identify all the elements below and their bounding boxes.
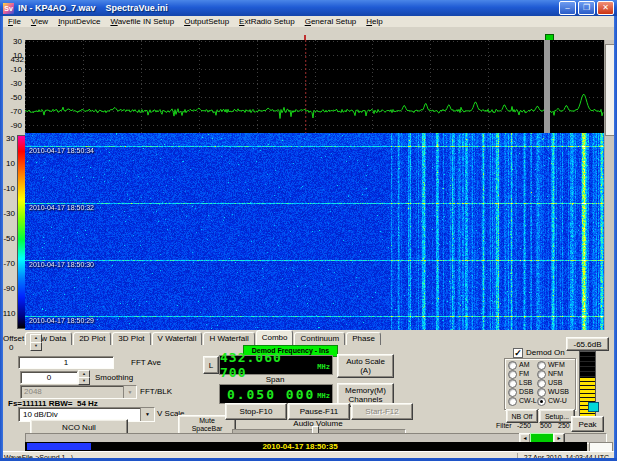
radio-wfm-icon[interactable] (537, 361, 546, 370)
spectrum-y-label: -90 (0, 121, 22, 130)
offset-label: Offset (3, 334, 24, 343)
menu-general-setup[interactable]: General Setup (300, 17, 362, 27)
mode-lsb-label[interactable]: LSB (519, 379, 532, 387)
fft-ave-input[interactable]: 1 (18, 356, 114, 369)
menu-file[interactable]: File (3, 17, 26, 27)
lock-l-label: L (209, 361, 213, 370)
nb-off-label: NB Off (512, 412, 533, 421)
tab-v-waterfall[interactable]: V Waterfall (152, 332, 203, 345)
setup-label: Setup... (545, 412, 569, 421)
mode-wfm-label[interactable]: WFM (548, 361, 565, 369)
radio-dsb-icon[interactable] (508, 388, 517, 397)
close-button[interactable]: ✕ (597, 1, 614, 15)
waterfall-timestamp: 2010-04-17 18:50:29 (29, 317, 94, 324)
demod-on-label: Demod On (526, 348, 565, 357)
tab-3d-plot[interactable]: 3D Plot (112, 332, 150, 345)
lock-l-button[interactable]: L (203, 356, 219, 374)
radio-usb-icon[interactable] (537, 379, 546, 388)
radio-cwl-icon[interactable] (508, 397, 517, 406)
nco-null-label: NCO Null (62, 423, 96, 432)
radio-lsb-icon[interactable] (508, 379, 517, 388)
mute-label-2: SpaceBar (192, 425, 223, 433)
radio-nfm-icon[interactable] (537, 370, 546, 379)
auto-scale-label-2: (A) (360, 366, 371, 375)
fft-blk-value: 2048 (24, 387, 42, 396)
radio-fm-icon[interactable] (508, 370, 517, 379)
menu-help[interactable]: Help (361, 17, 387, 27)
stop-label: Stop-F10 (240, 407, 273, 416)
menu-view[interactable]: View (26, 17, 53, 27)
radio-wusb-icon[interactable] (537, 388, 546, 397)
start-button[interactable]: Start-F12 (351, 403, 413, 420)
vscale-value: 10 dB/Div (23, 410, 58, 419)
mode-cwu-label[interactable]: CW-U (548, 397, 567, 405)
span-display[interactable]: 0.050 000 MHz (219, 384, 333, 404)
auto-scale-label-1: Auto Scale (346, 357, 385, 366)
mode-usb-label[interactable]: USB (548, 379, 562, 387)
fft-ave-label: FFT Ave (131, 358, 161, 367)
mode-wusb-label[interactable]: WUSB (548, 388, 569, 396)
start-label: Start-F12 (365, 407, 398, 416)
app-icon: Sv (3, 3, 14, 14)
peak-button[interactable]: Peak (571, 416, 604, 432)
demod-frequency-display[interactable]: 432.060 700 MHz (219, 355, 333, 375)
waterfall-plot[interactable] (25, 133, 604, 330)
span-unit: MHz (317, 392, 330, 400)
demod-on-checkbox[interactable]: ✓ (513, 348, 523, 358)
tab-phase[interactable]: Phase (346, 332, 381, 345)
menu-wavefile-in-setup[interactable]: Wavefile IN Setup (105, 17, 179, 27)
mode-am-label[interactable]: AM (519, 361, 530, 369)
meter-threshold-thumb[interactable] (588, 402, 599, 412)
signal-level-db-readout: -65.6dB (566, 337, 609, 351)
waterfall-timestamp: 2010-04-17 18:50:30 (29, 261, 94, 268)
mode-dsb-label[interactable]: DSB (519, 388, 533, 396)
spectrum-y-label: 10 (0, 51, 22, 60)
menu-extradio-setup[interactable]: ExtRadio Setup (234, 17, 300, 27)
menu-inputdevice[interactable]: InputDevice (53, 17, 105, 27)
offset-spin-down[interactable]: ▼ (30, 342, 42, 351)
memory-channels-label-1: Memory(M) (345, 386, 386, 395)
smoothing-spin-down[interactable]: ▼ (78, 377, 90, 385)
db-reading-value: -65.6dB (573, 340, 601, 349)
vscale-dropdown-icon[interactable]: ▼ (140, 408, 154, 421)
mode-cwl-label[interactable]: CW-L (519, 397, 537, 405)
spectrum-y-label: 30 (0, 37, 22, 46)
auto-scale-button[interactable]: Auto Scale (A) (337, 354, 394, 378)
tab-h-waterfall[interactable]: H Waterfall (203, 332, 254, 345)
filter-low-value: -250 (517, 421, 531, 430)
fft-blk-label: FFT/BLK (140, 387, 172, 396)
filter-high-value: 250 (558, 421, 570, 430)
smoothing-input[interactable]: 0 (20, 371, 78, 384)
demod-frequency-unit: MHz (317, 363, 330, 371)
view-tabs: Raw Data 2D Plot 3D Plot V Waterfall H W… (25, 331, 382, 345)
fft-blk-dropdown-icon: ▼ (123, 386, 136, 398)
spectrum-plot[interactable] (25, 40, 604, 133)
radio-cwu-icon[interactable] (537, 397, 546, 406)
mute-label-1: Mute (199, 417, 215, 425)
spectrum-y-label: -30 (0, 79, 22, 88)
pause-button[interactable]: Pause-F11 (288, 403, 350, 420)
spectravue-window: Sv IN - KP4AO_7.wav SpectraVue.ini – ❐ ✕… (0, 0, 617, 461)
file-progress-fill (27, 443, 91, 450)
mode-fm-label[interactable]: FM (519, 370, 529, 378)
spectrum-y-label: -50 (0, 93, 22, 102)
peak-label: Peak (578, 420, 596, 429)
restore-button[interactable]: ❐ (578, 1, 595, 15)
stop-button[interactable]: Stop-F10 (225, 403, 287, 420)
filter-label: Filter (496, 421, 512, 430)
file-time-display: 2010-04-17 18:50:35 (160, 442, 440, 451)
fft-blk-dropdown[interactable]: 2048 ▼ (20, 385, 137, 399)
radio-am-icon[interactable] (508, 361, 517, 370)
mode-nfm-label[interactable]: NFM (548, 370, 563, 378)
fft-ave-value: 1 (64, 358, 68, 367)
tab-continuum[interactable]: Continuum (294, 332, 345, 345)
meter-upper (580, 352, 595, 378)
window-title: IN - KP4AO_7.wav SpectraVue.ini (18, 3, 168, 13)
filter-mid-value: 500 (540, 421, 552, 430)
menu-outputsetup[interactable]: OutputSetup (179, 17, 234, 27)
tab-combo[interactable]: Combo (256, 330, 294, 345)
tab-2d-plot[interactable]: 2D Plot (73, 332, 111, 345)
window-border-left (0, 16, 3, 461)
minimize-button[interactable]: – (559, 1, 576, 15)
titlebar: Sv IN - KP4AO_7.wav SpectraVue.ini – ❐ ✕ (0, 0, 617, 16)
